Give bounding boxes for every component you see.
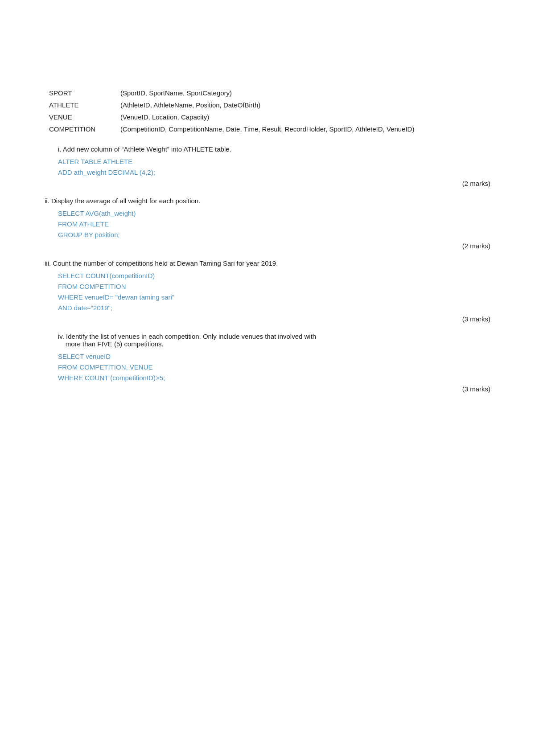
sub-question-text-iv: iv. Identify the list of venues in each …	[58, 333, 490, 348]
schema-table-fields: (VenueID, Location, Capacity)	[120, 113, 490, 121]
questions-container: i. Add new column of “Athlete Weight” in…	[45, 145, 490, 393]
sql-line: GROUP BY position;	[58, 230, 490, 240]
schema-table-fields: (SportID, SportName, SportCategory)	[120, 89, 490, 97]
sub-question-label-i: i. Add new column of “Athlete Weight” in…	[58, 145, 490, 153]
sql-line: WHERE COUNT (competitionID)>5;	[58, 373, 490, 383]
sql-line: SELECT COUNT(competitionID)	[58, 271, 490, 281]
schema-row: VENUE(VenueID, Location, Capacity)	[49, 113, 490, 121]
sql-block-ii: SELECT AVG(ath_weight)FROM ATHLETEGROUP …	[58, 208, 490, 240]
sub-question-label-iii: iii. Count the number of competitions he…	[45, 259, 490, 267]
marks-iv: (3 marks)	[45, 385, 490, 393]
sql-line: ADD ath_weight DECIMAL (4,2);	[58, 167, 490, 178]
sql-line: AND date="2019";	[58, 303, 490, 313]
sql-block-iv: SELECT venueIDFROM COMPETITION, VENUEWHE…	[58, 351, 490, 383]
schema-table-name: ATHLETE	[49, 101, 120, 109]
schema-row: ATHLETE(AthleteID, AthleteName, Position…	[49, 101, 490, 109]
marks-i: (2 marks)	[45, 180, 490, 187]
schema-row: COMPETITION(CompetitionID, CompetitionNa…	[49, 125, 490, 133]
sub-question-section-ii: ii. Display the average of all weight fo…	[45, 197, 490, 250]
sql-line: ALTER TABLE ATHLETE	[58, 156, 490, 167]
schema-table-name: COMPETITION	[49, 125, 120, 133]
sql-line: WHERE venueID= "dewan taming sari"	[58, 292, 490, 303]
sub-question-section-iii: iii. Count the number of competitions he…	[45, 259, 490, 323]
sql-line: FROM COMPETITION	[58, 281, 490, 292]
marks-iii: (3 marks)	[45, 315, 490, 323]
schema-row: SPORT(SportID, SportName, SportCategory)	[49, 89, 490, 97]
sql-line: SELECT AVG(ath_weight)	[58, 208, 490, 219]
schema-table: SPORT(SportID, SportName, SportCategory)…	[49, 89, 490, 133]
schema-table-name: VENUE	[49, 113, 120, 121]
schema-table-fields: (CompetitionID, CompetitionName, Date, T…	[120, 125, 490, 133]
sql-block-iii: SELECT COUNT(competitionID)FROM COMPETIT…	[58, 271, 490, 313]
schema-table-fields: (AthleteID, AthleteName, Position, DateO…	[120, 101, 490, 109]
sql-line: FROM COMPETITION, VENUE	[58, 362, 490, 373]
sub-question-section-iv: iv. Identify the list of venues in each …	[45, 333, 490, 393]
sql-line: SELECT venueID	[58, 351, 490, 362]
sub-question-label-ii: ii. Display the average of all weight fo…	[45, 197, 490, 205]
sql-block-i: ALTER TABLE ATHLETEADD ath_weight DECIMA…	[58, 156, 490, 178]
marks-ii: (2 marks)	[45, 242, 490, 250]
schema-table-name: SPORT	[49, 89, 120, 97]
sub-question-section-i: i. Add new column of “Athlete Weight” in…	[45, 145, 490, 187]
sql-line: FROM ATHLETE	[58, 219, 490, 230]
